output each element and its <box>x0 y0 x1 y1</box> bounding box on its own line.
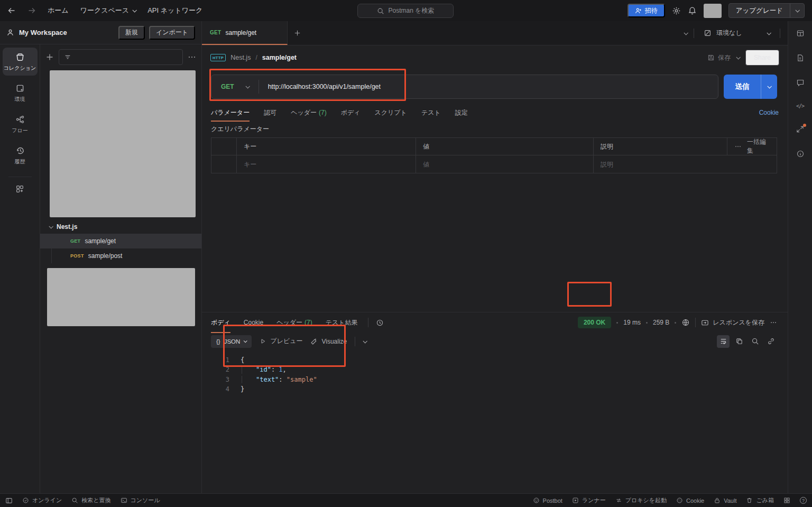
back-icon[interactable] <box>7 6 16 15</box>
console-button[interactable]: コンソール <box>121 496 160 504</box>
environments-icon <box>15 84 25 93</box>
configure-blocks-icon[interactable] <box>15 185 24 193</box>
start-proxy-button[interactable]: プロキシを起動 <box>615 496 667 504</box>
tab-authorization[interactable]: 認可 <box>264 104 276 122</box>
more-actions-icon[interactable] <box>188 53 196 61</box>
tab-sample-get[interactable]: GET sample/get <box>202 21 288 45</box>
code-snippet-icon[interactable]: </> <box>796 103 804 109</box>
request-row-get[interactable]: GET sample/get <box>40 234 201 248</box>
visualize-button[interactable]: Visualize <box>310 338 347 345</box>
add-collection-icon[interactable] <box>45 53 54 61</box>
runner-button[interactable]: ランナー <box>572 496 606 504</box>
value-input[interactable] <box>423 161 586 168</box>
invite-button[interactable]: 招待 <box>628 4 665 17</box>
format-options-chevron-icon[interactable] <box>363 339 367 343</box>
sidebar-item-collections[interactable]: コレクション <box>3 48 38 76</box>
online-status[interactable]: オンライン <box>22 496 62 504</box>
sidebar-item-environments[interactable]: 環境 <box>3 79 38 107</box>
workspace-title[interactable]: My Workspace <box>19 29 67 36</box>
tab-headers[interactable]: ヘッダー(7) <box>291 104 327 122</box>
key-input[interactable] <box>244 161 409 168</box>
info-icon[interactable] <box>796 150 805 158</box>
response-tab-headers[interactable]: ヘッダー(7) <box>276 312 312 333</box>
response-tab-cookies[interactable]: Cookie <box>244 312 263 333</box>
environment-quick-look-icon[interactable] <box>796 29 805 38</box>
description-input[interactable] <box>601 161 770 168</box>
method-dropdown[interactable]: GET <box>211 83 259 90</box>
network-globe-icon[interactable] <box>681 318 690 327</box>
capture-requests-icon[interactable] <box>796 125 804 133</box>
breadcrumb-request-name[interactable]: sample/get <box>262 54 297 61</box>
panel-grid-icon[interactable] <box>783 497 790 504</box>
upgrade-button[interactable]: アップグレード <box>728 3 805 18</box>
send-options-chevron[interactable] <box>761 75 777 99</box>
tab-scripts[interactable]: スクリプト <box>374 104 407 122</box>
chevron-down-icon <box>133 8 137 12</box>
documentation-icon[interactable] <box>796 54 804 62</box>
collection-row[interactable]: Nest.js <box>40 219 201 234</box>
collection-filter-input[interactable] <box>59 49 183 65</box>
response-time[interactable]: 19 ms <box>623 319 641 326</box>
headers-count: (7) <box>319 109 327 116</box>
copy-icon[interactable] <box>733 335 745 348</box>
search-response-icon[interactable] <box>749 335 761 348</box>
new-button[interactable]: 新規 <box>118 26 145 40</box>
toggle-sidebar-icon[interactable] <box>5 497 13 504</box>
tab-params[interactable]: パラメーター <box>211 104 250 122</box>
filter-field[interactable] <box>75 53 178 61</box>
wrap-text-icon[interactable] <box>717 335 730 348</box>
settings-gear-icon[interactable] <box>672 6 681 15</box>
response-body-editor[interactable]: 1 { 2 "id": 1, 3 "text": "sample" 4 } <box>202 350 788 494</box>
avatar[interactable] <box>704 4 722 18</box>
notifications-bell-icon[interactable] <box>688 6 697 15</box>
tab-settings[interactable]: 設定 <box>455 104 468 122</box>
more-icon[interactable] <box>734 143 742 150</box>
nav-home[interactable]: ホーム <box>48 6 69 15</box>
status-badge[interactable]: 200 OK <box>578 317 611 328</box>
redacted-content-block <box>50 70 196 217</box>
response-more-icon[interactable] <box>770 319 777 326</box>
format-dropdown[interactable]: {} JSON <box>211 335 252 348</box>
divider <box>355 337 355 346</box>
comments-icon[interactable] <box>796 78 805 87</box>
tab-body[interactable]: ボディ <box>341 104 361 122</box>
nav-api-network[interactable]: API ネットワーク <box>147 6 202 15</box>
trash-button[interactable]: ごみ箱 <box>746 496 774 504</box>
forward-icon[interactable] <box>27 6 36 15</box>
save-response-button[interactable]: レスポンスを保存 <box>701 318 764 327</box>
find-replace-button[interactable]: 検索と置換 <box>71 496 110 504</box>
request-response-splitter[interactable] <box>202 173 788 312</box>
vault-button[interactable]: Vault <box>714 497 736 504</box>
global-search-input[interactable]: Postman を検索 <box>357 4 454 18</box>
save-options-chevron-icon[interactable] <box>736 55 740 59</box>
bulk-edit-link[interactable]: 一括編集 <box>747 137 770 155</box>
url-input[interactable]: http://localhost:3000/api/v1/sample/get <box>259 83 390 90</box>
response-size[interactable]: 259 B <box>653 319 669 326</box>
link-icon[interactable] <box>764 335 777 348</box>
tab-tests[interactable]: テスト <box>421 104 441 122</box>
breadcrumb-parent[interactable]: Nest.js <box>230 54 251 61</box>
response-tab-body[interactable]: ボディ <box>211 312 230 333</box>
sidebar-item-flows[interactable]: フロー <box>3 110 38 138</box>
request-row-post[interactable]: POST sample/post <box>40 248 201 263</box>
preview-button[interactable]: プレビュー <box>260 337 302 346</box>
nav-workspaces[interactable]: ワークスペース <box>80 6 136 15</box>
environment-selector[interactable]: 環境なし <box>700 29 773 38</box>
cookies-link[interactable]: Cookie <box>759 109 779 116</box>
tab-list-chevron-icon[interactable] <box>684 31 688 35</box>
import-button[interactable]: インポート <box>149 26 195 40</box>
new-tab-icon[interactable] <box>288 21 307 45</box>
divider <box>780 29 780 38</box>
workspace-header: My Workspace 新規 インポート <box>0 21 201 44</box>
upgrade-chevron[interactable] <box>790 4 804 17</box>
sidebar-item-history[interactable]: 履歴 <box>3 141 38 169</box>
save-button[interactable]: 保存 <box>707 53 731 62</box>
response-history-icon[interactable] <box>376 319 384 327</box>
postbot-button[interactable]: Postbot <box>533 497 562 504</box>
cookies-button[interactable]: Cookie <box>676 497 704 504</box>
help-icon[interactable]: ? <box>800 497 807 504</box>
response-tab-test-results[interactable]: テスト結果 <box>326 312 358 333</box>
share-button[interactable]: Share <box>745 50 779 66</box>
send-button[interactable]: 送信 <box>724 75 777 99</box>
cookie-icon <box>676 497 683 504</box>
